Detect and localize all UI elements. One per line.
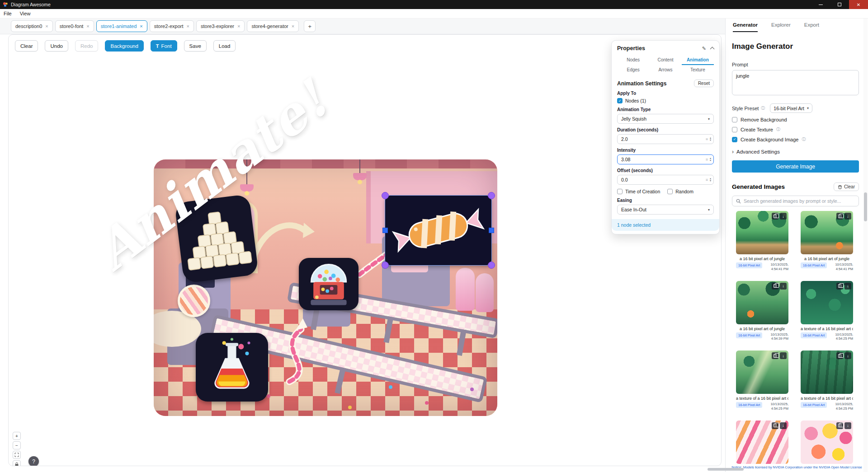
generated-image-thumbnail[interactable]: ↓ [801, 350, 853, 394]
drag-handle-icon[interactable]: ≡ [706, 178, 708, 182]
generated-image-card[interactable]: ↓ [801, 421, 853, 464]
create-background-image-checkbox[interactable]: ✓ [732, 137, 737, 142]
remove-background-checkbox[interactable] [732, 117, 737, 122]
style-preset-select[interactable]: 16-bit Pixel Art ▾ [770, 103, 812, 113]
undo-button[interactable]: Undo [45, 40, 68, 51]
tab-content[interactable]: Content [649, 55, 681, 65]
generated-image-card[interactable]: ↓ a texture of a 16 bit pixel art o... 1… [801, 281, 853, 341]
tab-close-icon[interactable]: × [86, 24, 89, 29]
generated-image-thumbnail[interactable]: ↓ [736, 350, 788, 394]
tab-store0-font[interactable]: store0-font× [55, 20, 94, 32]
clear-images-button[interactable]: Clear [834, 182, 859, 191]
close-button[interactable]: ✕ [849, 0, 868, 9]
intensity-input[interactable]: ≡ ▴▾ [617, 154, 714, 164]
download-image-button[interactable]: ↓ [844, 283, 851, 290]
copy-image-button[interactable] [836, 352, 843, 359]
tab-store1-animated[interactable]: store1-animated× [96, 20, 147, 32]
copy-image-button[interactable] [836, 213, 843, 220]
minimize-button[interactable] [811, 0, 830, 9]
tab-close-icon[interactable]: × [292, 24, 294, 29]
collapse-panel-icon[interactable] [710, 47, 715, 51]
marshmallow-node[interactable] [175, 194, 259, 284]
download-image-button[interactable]: ↓ [780, 422, 787, 429]
horizontal-scrollbar-thumb[interactable] [708, 468, 744, 471]
selection-handle-top-right[interactable] [488, 192, 495, 199]
generated-image-thumbnail[interactable]: ↓ [801, 421, 853, 464]
generated-image-card[interactable]: ↓ a 16 bit pixel art of jungle 16-bit Pi… [736, 211, 788, 271]
download-image-button[interactable]: ↓ [780, 352, 787, 359]
potion-node[interactable] [196, 333, 268, 402]
download-image-button[interactable]: ↓ [844, 213, 851, 220]
generated-image-thumbnail[interactable]: ↓ [736, 211, 788, 254]
spin-down-icon[interactable]: ▾ [710, 139, 711, 141]
generated-image-card[interactable]: ↓ a 16 bit pixel art of jungle 16-bit Pi… [736, 281, 788, 341]
generated-image-card[interactable]: ↓ a texture of a 16 bit pixel art o... 1… [736, 350, 788, 411]
tab-export[interactable]: Export [804, 22, 819, 32]
spin-down-icon[interactable]: ▾ [710, 180, 711, 182]
edit-icon[interactable]: ✎ [702, 46, 706, 51]
tab-store4-generator[interactable]: store4-generator× [247, 20, 299, 32]
animation-type-select[interactable]: Jelly Squish ▾ [617, 114, 714, 124]
font-button[interactable]: TFont [151, 40, 177, 51]
prompt-input[interactable]: jungle [732, 70, 859, 95]
candy-swirl-node[interactable] [178, 285, 210, 317]
tab-close-icon[interactable]: × [45, 24, 48, 29]
selection-handle-bottom-left[interactable] [382, 262, 389, 269]
spin-down-icon[interactable]: ▾ [710, 159, 711, 162]
candy-machine-node[interactable] [299, 258, 359, 310]
maximize-button[interactable] [830, 0, 849, 9]
copy-image-button[interactable] [772, 213, 778, 220]
selection-handle-right[interactable] [489, 228, 494, 233]
scrollbar-thumb[interactable] [864, 192, 867, 221]
tab-store2-export[interactable]: store2-export× [150, 20, 194, 32]
generated-image-thumbnail[interactable]: ↓ [801, 211, 853, 254]
tab-close-icon[interactable]: × [140, 24, 142, 29]
copy-image-button[interactable] [836, 422, 843, 429]
reset-button[interactable]: Reset [694, 79, 714, 87]
lock-button[interactable] [13, 460, 21, 466]
redo-button[interactable]: Redo [75, 40, 99, 51]
tab-edges[interactable]: Edges [617, 65, 649, 75]
drag-handle-icon[interactable]: ≡ [706, 157, 708, 162]
generated-image-card[interactable]: ↓ [736, 421, 788, 464]
tab-generator[interactable]: Generator [733, 22, 758, 32]
tab-close-icon[interactable]: × [237, 24, 240, 29]
advanced-settings-toggle[interactable]: › Advanced Settings [732, 149, 859, 155]
tab-arrows[interactable]: Arrows [649, 65, 681, 75]
copy-image-button[interactable] [772, 422, 778, 429]
background-button[interactable]: Background [105, 40, 143, 51]
zoom-in-button[interactable]: + [13, 432, 21, 440]
tab-nodes[interactable]: Nodes [617, 55, 649, 65]
download-image-button[interactable]: ↓ [844, 352, 851, 359]
fit-view-button[interactable] [13, 451, 21, 459]
duration-input[interactable]: ≡ ▴▾ [617, 134, 714, 144]
save-button[interactable]: Save [184, 40, 207, 51]
tab-description0[interactable]: description0× [11, 20, 53, 32]
candy-node-selected[interactable] [385, 196, 491, 265]
generated-image-thumbnail[interactable]: ↓ [736, 281, 788, 324]
download-image-button[interactable]: ↓ [780, 213, 787, 220]
sidebar-scrollbar[interactable] [863, 19, 868, 472]
zoom-out-button[interactable]: − [13, 441, 21, 449]
load-button[interactable]: Load [213, 40, 236, 51]
time-of-creation-checkbox[interactable] [617, 189, 623, 194]
selection-handle-bottom-right[interactable] [488, 262, 495, 269]
menu-view[interactable]: View [20, 11, 31, 16]
selection-handle-left[interactable] [382, 228, 388, 233]
copy-image-button[interactable] [836, 283, 843, 290]
nodes-checkbox[interactable]: ✓ [617, 98, 623, 103]
generated-image-thumbnail[interactable]: ↓ [801, 281, 853, 324]
tab-explorer[interactable]: Explorer [771, 22, 791, 32]
tab-close-icon[interactable]: × [187, 24, 189, 29]
generated-image-card[interactable]: ↓ a 16 bit pixel art of jungle 16-bit Pi… [801, 211, 853, 271]
offset-input[interactable]: ≡ ▴▾ [617, 175, 714, 185]
download-image-button[interactable]: ↓ [844, 422, 851, 429]
selection-handle-top-left[interactable] [382, 192, 389, 199]
new-tab-button[interactable]: + [304, 20, 316, 32]
tab-animation[interactable]: Animation [682, 55, 714, 65]
copy-image-button[interactable] [772, 352, 778, 359]
generated-image-thumbnail[interactable]: ↓ [736, 421, 788, 464]
random-checkbox[interactable] [667, 189, 673, 194]
generate-image-button[interactable]: Generate Image [732, 160, 859, 173]
image-search[interactable] [732, 196, 859, 206]
